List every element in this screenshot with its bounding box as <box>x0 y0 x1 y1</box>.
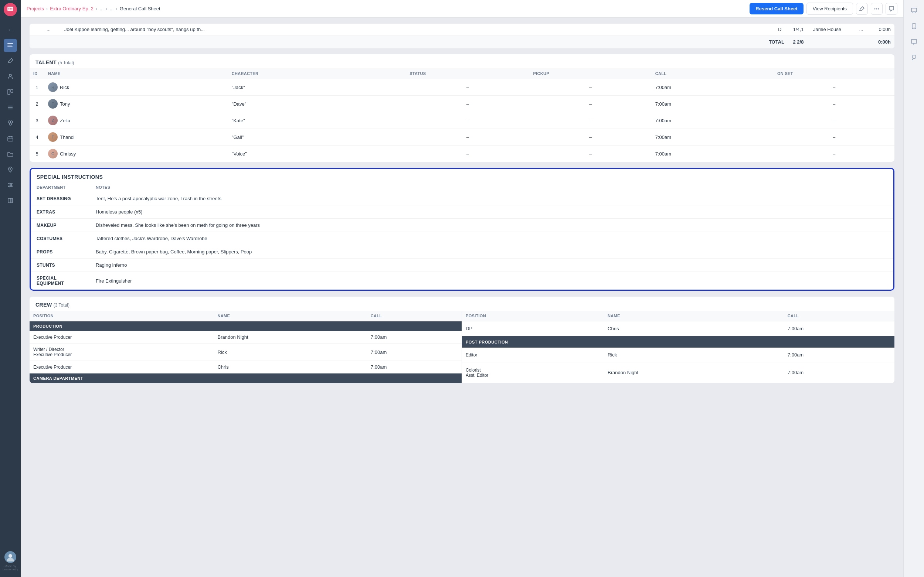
special-row: SPECIAL EQUIPMENT Fire Extinguisher <box>31 272 893 290</box>
talent-character: "Jack" <box>228 79 406 96</box>
scene-dn: D <box>772 24 787 35</box>
crew-left-header: POSITION NAME CALL <box>29 311 462 321</box>
right-sidebar-speech-icon[interactable] <box>907 51 921 64</box>
sidebar-project-thumb[interactable] <box>4 39 17 52</box>
crew-production-header: PRODUCTION <box>29 321 462 331</box>
breadcrumb-project[interactable]: Extra Ordinary Ep. 2 <box>50 6 94 11</box>
breadcrumb-ellipsis2: ... <box>110 6 114 11</box>
crew-position: Executive Producer <box>29 331 214 343</box>
more-options-button[interactable] <box>871 3 883 15</box>
total-pages: 2 2/8 <box>787 35 809 49</box>
crew-card: CREW(3 Total) POSITION NAME CALL PRODUCT… <box>29 297 895 383</box>
talent-avatar: Z <box>48 116 58 125</box>
top-nav-actions: Resend Call Sheet View Recipients <box>750 3 897 15</box>
talent-row: 1 R Rick "Jack" – – 7:00am – <box>29 79 895 96</box>
crew-dp-call: 7:00am <box>784 321 895 336</box>
special-notes: Homeless people (x5) <box>90 205 893 219</box>
talent-call: 7:00am <box>652 112 774 129</box>
special-department: SPECIAL EQUIPMENT <box>31 272 90 290</box>
scene-description: Joel Kippoe learning, getting... around … <box>61 24 772 35</box>
scene-sh: ... <box>854 24 869 35</box>
scene-location: Jamie House <box>809 24 854 35</box>
crew-post-position: ColoristAsst. Editor <box>462 363 604 383</box>
svg-point-14 <box>8 121 10 123</box>
talent-row: 2 T Tony "Dave" – – 7:00am – <box>29 96 895 112</box>
breadcrumb-projects[interactable]: Projects <box>27 6 44 11</box>
breadcrumb-ellipsis1: ... <box>99 6 103 11</box>
user-avatar[interactable] <box>5 551 16 563</box>
talent-onset: – <box>774 112 895 129</box>
svg-rect-10 <box>11 89 13 92</box>
crew-right-header: POSITION NAME CALL <box>462 311 895 321</box>
sidebar-location-icon[interactable] <box>4 163 17 176</box>
th-call: CALL <box>652 68 774 79</box>
special-instructions-card: SPECIAL INSTRUCTIONS DEPARTMENT NOTES SE… <box>29 168 895 291</box>
special-notes: Disheveled mess. She looks like she's be… <box>90 219 893 232</box>
crew-camera-header: CAMERA DEPARTMENT <box>29 374 462 384</box>
th-onset: ON SET <box>774 68 895 79</box>
crew-call: 7:00am <box>367 361 462 374</box>
talent-status: – <box>406 129 529 145</box>
talent-character: "Voice" <box>228 145 406 162</box>
right-sidebar-message-icon[interactable] <box>907 35 921 48</box>
sidebar-list-icon[interactable] <box>4 101 17 114</box>
th-call-right: CALL <box>784 311 895 321</box>
edit-icon-button[interactable] <box>856 3 868 15</box>
sidebar-calendar-icon[interactable] <box>4 132 17 145</box>
talent-onset: – <box>774 145 895 162</box>
right-sidebar-chat-icon[interactable] <box>907 4 921 17</box>
crew-row: Writer / DirectorExecutive Producer Rick… <box>29 343 462 361</box>
svg-point-8 <box>9 74 11 76</box>
content-area: ... Joel Kippoe learning, getting... aro… <box>21 18 903 577</box>
crew-name: Brandon Night <box>214 331 367 343</box>
talent-name-cell: T Thandi <box>44 129 228 145</box>
talent-card: TALENT(5 Total) ID NAME CHARACTER STATUS… <box>29 54 895 162</box>
sidebar-edit-icon[interactable] <box>4 54 17 68</box>
th-department: DEPARTMENT <box>31 183 90 192</box>
resend-call-sheet-button[interactable]: Resend Call Sheet <box>750 3 803 15</box>
crew-dp-name: Chris <box>604 321 784 336</box>
talent-call: 7:00am <box>652 79 774 96</box>
sidebar-back[interactable]: ← <box>4 23 17 37</box>
talent-header: TALENT(5 Total) <box>29 54 895 65</box>
view-recipients-button[interactable]: View Recipients <box>806 3 853 15</box>
talent-name-cell: R Rick <box>44 79 228 96</box>
right-sidebar-tablet-icon[interactable] <box>907 19 921 33</box>
special-table-header: DEPARTMENT NOTES <box>31 183 893 192</box>
total-spacer <box>809 35 854 49</box>
crew-section-header: PRODUCTION <box>29 321 462 331</box>
crew-position: Writer / DirectorExecutive Producer <box>29 343 214 361</box>
special-notes: Tattered clothes, Jack's Wardrobe, Dave'… <box>90 232 893 245</box>
total-label: TOTAL <box>29 35 787 49</box>
talent-pickup: – <box>530 145 652 162</box>
talent-id: 1 <box>29 79 44 96</box>
comments-button[interactable] <box>885 3 897 15</box>
talent-table-header: ID NAME CHARACTER STATUS PICKUP CALL ON … <box>29 68 895 79</box>
talent-avatar: R <box>48 82 58 92</box>
svg-point-25 <box>9 183 10 184</box>
talent-call: 7:00am <box>652 96 774 112</box>
talent-avatar: T <box>48 132 58 142</box>
sidebar-book-icon[interactable] <box>4 194 17 207</box>
talent-pickup: – <box>530 129 652 145</box>
talent-avatar: T <box>48 99 58 109</box>
talent-row: 5 C Chrissy "Voice" – – 7:00am – <box>29 145 895 162</box>
th-name-left: NAME <box>214 311 367 321</box>
svg-rect-9 <box>8 89 10 95</box>
sidebar-sliders-icon[interactable] <box>4 179 17 192</box>
svg-rect-17 <box>8 137 13 141</box>
sidebar-board-icon[interactable] <box>4 85 17 98</box>
talent-character: "Gail" <box>228 129 406 145</box>
sidebar-users-icon[interactable] <box>4 70 17 83</box>
special-instructions-table: DEPARTMENT NOTES SET DRESSING Tent, He's… <box>31 183 893 290</box>
app-logo[interactable] <box>4 3 17 16</box>
talent-id: 4 <box>29 129 44 145</box>
talent-onset: – <box>774 79 895 96</box>
special-notes: Fire Extinguisher <box>90 272 893 290</box>
main-area: Projects › Extra Ordinary Ep. 2 › ... › … <box>21 0 903 577</box>
crew-dp-label: DP <box>462 321 604 336</box>
sidebar-circles-icon[interactable] <box>4 116 17 130</box>
special-row: MAKEUP Disheveled mess. She looks like s… <box>31 219 893 232</box>
sidebar-folder-icon[interactable] <box>4 147 17 161</box>
svg-rect-7 <box>7 46 13 47</box>
